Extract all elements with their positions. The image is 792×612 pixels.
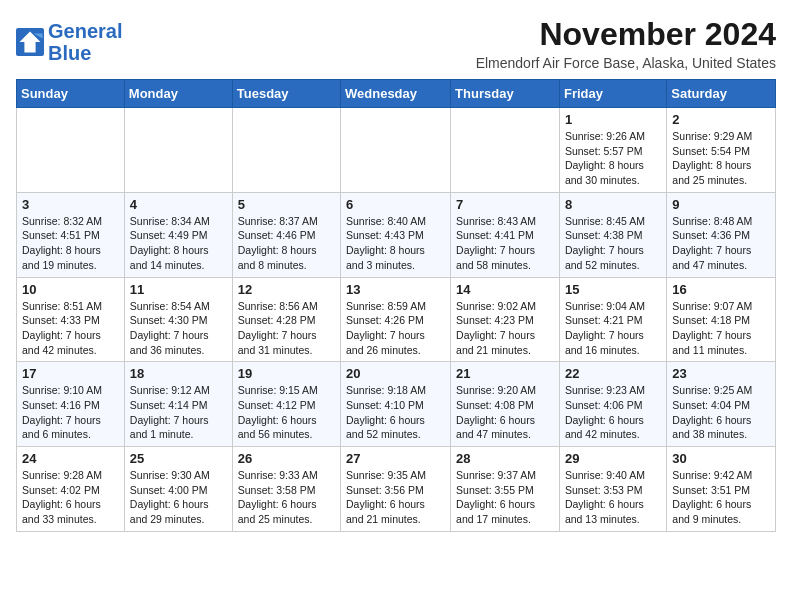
day-number: 27 xyxy=(346,451,445,466)
day-cell-8: 8Sunrise: 8:45 AMSunset: 4:38 PMDaylight… xyxy=(559,192,666,277)
week-row-4: 17Sunrise: 9:10 AMSunset: 4:16 PMDayligh… xyxy=(17,362,776,447)
day-cell-25: 25Sunrise: 9:30 AMSunset: 4:00 PMDayligh… xyxy=(124,447,232,532)
day-cell-23: 23Sunrise: 9:25 AMSunset: 4:04 PMDayligh… xyxy=(667,362,776,447)
day-info: Sunrise: 8:43 AMSunset: 4:41 PMDaylight:… xyxy=(456,214,554,273)
week-row-1: 1Sunrise: 9:26 AMSunset: 5:57 PMDaylight… xyxy=(17,108,776,193)
weekday-header-monday: Monday xyxy=(124,80,232,108)
day-info: Sunrise: 8:37 AMSunset: 4:46 PMDaylight:… xyxy=(238,214,335,273)
day-number: 7 xyxy=(456,197,554,212)
day-cell-29: 29Sunrise: 9:40 AMSunset: 3:53 PMDayligh… xyxy=(559,447,666,532)
day-cell-24: 24Sunrise: 9:28 AMSunset: 4:02 PMDayligh… xyxy=(17,447,125,532)
day-number: 11 xyxy=(130,282,227,297)
day-cell-27: 27Sunrise: 9:35 AMSunset: 3:56 PMDayligh… xyxy=(341,447,451,532)
day-info: Sunrise: 9:35 AMSunset: 3:56 PMDaylight:… xyxy=(346,468,445,527)
weekday-header-row: SundayMondayTuesdayWednesdayThursdayFrid… xyxy=(17,80,776,108)
day-number: 22 xyxy=(565,366,661,381)
weekday-header-saturday: Saturday xyxy=(667,80,776,108)
day-number: 20 xyxy=(346,366,445,381)
logo-icon xyxy=(16,28,44,56)
day-number: 14 xyxy=(456,282,554,297)
day-number: 17 xyxy=(22,366,119,381)
day-info: Sunrise: 8:45 AMSunset: 4:38 PMDaylight:… xyxy=(565,214,661,273)
day-cell-28: 28Sunrise: 9:37 AMSunset: 3:55 PMDayligh… xyxy=(451,447,560,532)
day-info: Sunrise: 9:40 AMSunset: 3:53 PMDaylight:… xyxy=(565,468,661,527)
day-number: 26 xyxy=(238,451,335,466)
logo-line1: General xyxy=(48,20,122,42)
day-info: Sunrise: 9:29 AMSunset: 5:54 PMDaylight:… xyxy=(672,129,770,188)
day-cell-2: 2Sunrise: 9:29 AMSunset: 5:54 PMDaylight… xyxy=(667,108,776,193)
day-info: Sunrise: 9:04 AMSunset: 4:21 PMDaylight:… xyxy=(565,299,661,358)
day-number: 8 xyxy=(565,197,661,212)
day-info: Sunrise: 9:18 AMSunset: 4:10 PMDaylight:… xyxy=(346,383,445,442)
week-row-3: 10Sunrise: 8:51 AMSunset: 4:33 PMDayligh… xyxy=(17,277,776,362)
day-cell-13: 13Sunrise: 8:59 AMSunset: 4:26 PMDayligh… xyxy=(341,277,451,362)
day-cell-3: 3Sunrise: 8:32 AMSunset: 4:51 PMDaylight… xyxy=(17,192,125,277)
day-info: Sunrise: 8:34 AMSunset: 4:49 PMDaylight:… xyxy=(130,214,227,273)
day-info: Sunrise: 9:15 AMSunset: 4:12 PMDaylight:… xyxy=(238,383,335,442)
day-number: 30 xyxy=(672,451,770,466)
day-cell-4: 4Sunrise: 8:34 AMSunset: 4:49 PMDaylight… xyxy=(124,192,232,277)
logo-text: General Blue xyxy=(48,20,122,64)
day-number: 4 xyxy=(130,197,227,212)
day-number: 19 xyxy=(238,366,335,381)
day-cell-14: 14Sunrise: 9:02 AMSunset: 4:23 PMDayligh… xyxy=(451,277,560,362)
weekday-header-wednesday: Wednesday xyxy=(341,80,451,108)
day-cell-5: 5Sunrise: 8:37 AMSunset: 4:46 PMDaylight… xyxy=(232,192,340,277)
day-number: 12 xyxy=(238,282,335,297)
day-cell-1: 1Sunrise: 9:26 AMSunset: 5:57 PMDaylight… xyxy=(559,108,666,193)
day-number: 9 xyxy=(672,197,770,212)
day-info: Sunrise: 9:20 AMSunset: 4:08 PMDaylight:… xyxy=(456,383,554,442)
day-cell-15: 15Sunrise: 9:04 AMSunset: 4:21 PMDayligh… xyxy=(559,277,666,362)
day-number: 28 xyxy=(456,451,554,466)
day-info: Sunrise: 9:37 AMSunset: 3:55 PMDaylight:… xyxy=(456,468,554,527)
day-number: 13 xyxy=(346,282,445,297)
day-info: Sunrise: 9:30 AMSunset: 4:00 PMDaylight:… xyxy=(130,468,227,527)
day-info: Sunrise: 9:23 AMSunset: 4:06 PMDaylight:… xyxy=(565,383,661,442)
day-info: Sunrise: 9:26 AMSunset: 5:57 PMDaylight:… xyxy=(565,129,661,188)
week-row-5: 24Sunrise: 9:28 AMSunset: 4:02 PMDayligh… xyxy=(17,447,776,532)
day-cell-10: 10Sunrise: 8:51 AMSunset: 4:33 PMDayligh… xyxy=(17,277,125,362)
day-cell-17: 17Sunrise: 9:10 AMSunset: 4:16 PMDayligh… xyxy=(17,362,125,447)
day-cell-21: 21Sunrise: 9:20 AMSunset: 4:08 PMDayligh… xyxy=(451,362,560,447)
day-cell-30: 30Sunrise: 9:42 AMSunset: 3:51 PMDayligh… xyxy=(667,447,776,532)
day-cell-6: 6Sunrise: 8:40 AMSunset: 4:43 PMDaylight… xyxy=(341,192,451,277)
day-info: Sunrise: 8:40 AMSunset: 4:43 PMDaylight:… xyxy=(346,214,445,273)
day-number: 15 xyxy=(565,282,661,297)
empty-cell xyxy=(124,108,232,193)
logo: General Blue xyxy=(16,20,122,64)
day-info: Sunrise: 8:54 AMSunset: 4:30 PMDaylight:… xyxy=(130,299,227,358)
day-number: 29 xyxy=(565,451,661,466)
calendar: SundayMondayTuesdayWednesdayThursdayFrid… xyxy=(16,79,776,532)
day-cell-19: 19Sunrise: 9:15 AMSunset: 4:12 PMDayligh… xyxy=(232,362,340,447)
empty-cell xyxy=(451,108,560,193)
day-number: 6 xyxy=(346,197,445,212)
weekday-header-tuesday: Tuesday xyxy=(232,80,340,108)
day-info: Sunrise: 9:10 AMSunset: 4:16 PMDaylight:… xyxy=(22,383,119,442)
day-info: Sunrise: 8:59 AMSunset: 4:26 PMDaylight:… xyxy=(346,299,445,358)
day-number: 3 xyxy=(22,197,119,212)
weekday-header-friday: Friday xyxy=(559,80,666,108)
location-title: Elmendorf Air Force Base, Alaska, United… xyxy=(476,55,776,71)
day-cell-12: 12Sunrise: 8:56 AMSunset: 4:28 PMDayligh… xyxy=(232,277,340,362)
day-number: 16 xyxy=(672,282,770,297)
day-number: 21 xyxy=(456,366,554,381)
weekday-header-thursday: Thursday xyxy=(451,80,560,108)
day-info: Sunrise: 8:56 AMSunset: 4:28 PMDaylight:… xyxy=(238,299,335,358)
day-info: Sunrise: 9:28 AMSunset: 4:02 PMDaylight:… xyxy=(22,468,119,527)
day-number: 18 xyxy=(130,366,227,381)
day-number: 10 xyxy=(22,282,119,297)
day-number: 25 xyxy=(130,451,227,466)
day-cell-20: 20Sunrise: 9:18 AMSunset: 4:10 PMDayligh… xyxy=(341,362,451,447)
day-number: 2 xyxy=(672,112,770,127)
weekday-header-sunday: Sunday xyxy=(17,80,125,108)
empty-cell xyxy=(341,108,451,193)
day-info: Sunrise: 9:12 AMSunset: 4:14 PMDaylight:… xyxy=(130,383,227,442)
day-cell-22: 22Sunrise: 9:23 AMSunset: 4:06 PMDayligh… xyxy=(559,362,666,447)
day-number: 23 xyxy=(672,366,770,381)
day-cell-18: 18Sunrise: 9:12 AMSunset: 4:14 PMDayligh… xyxy=(124,362,232,447)
week-row-2: 3Sunrise: 8:32 AMSunset: 4:51 PMDaylight… xyxy=(17,192,776,277)
day-cell-11: 11Sunrise: 8:54 AMSunset: 4:30 PMDayligh… xyxy=(124,277,232,362)
day-info: Sunrise: 8:51 AMSunset: 4:33 PMDaylight:… xyxy=(22,299,119,358)
month-title: November 2024 xyxy=(476,16,776,53)
day-cell-9: 9Sunrise: 8:48 AMSunset: 4:36 PMDaylight… xyxy=(667,192,776,277)
